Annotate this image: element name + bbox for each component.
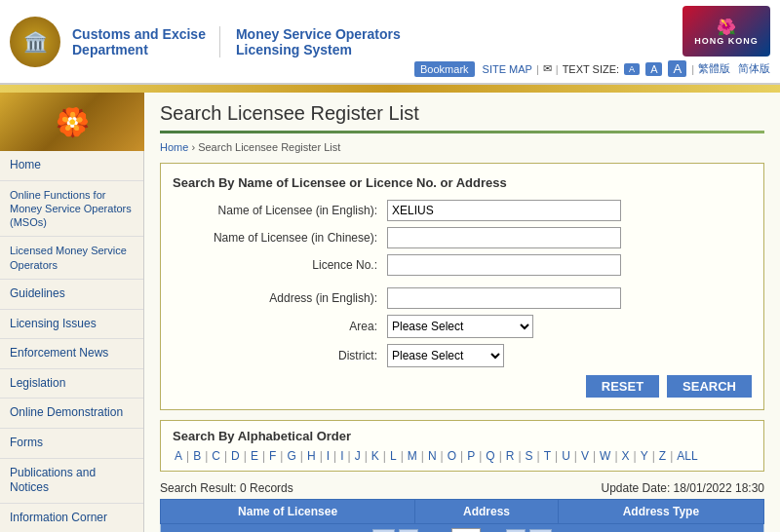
text-size-medium-button[interactable]: A — [645, 62, 662, 76]
area-row: Area: Please Select — [173, 315, 752, 338]
search-box-title: Search By Name of Licensee or Licence No… — [173, 175, 752, 190]
search-by-name-box: Search By Name of Licensee or Licence No… — [160, 163, 764, 410]
envelope-icon[interactable]: ✉ — [543, 62, 552, 75]
alpha-c[interactable]: C — [210, 449, 222, 463]
licence-no-input[interactable] — [387, 254, 621, 276]
address-english-input[interactable] — [387, 287, 621, 309]
address-english-label: Address (in English): — [173, 291, 387, 305]
alpha-r[interactable]: R — [504, 449, 517, 463]
sidebar-item-forms[interactable]: Forms — [0, 429, 143, 459]
col-address: Address — [415, 500, 559, 524]
nav-strip — [0, 85, 780, 93]
alpha-search-box: Search By Alphabetical Order A| B| C| D|… — [160, 420, 764, 472]
page-last-button[interactable]: ▶| — [529, 529, 552, 533]
alpha-f[interactable]: F — [267, 449, 278, 463]
alpha-x[interactable]: X — [620, 449, 632, 463]
alpha-n[interactable]: N — [426, 449, 439, 463]
dept-logo: 🏛️ — [10, 17, 60, 67]
text-size-label: TEXT SIZE: — [563, 63, 619, 75]
page-next-button[interactable]: ▶ — [506, 529, 526, 533]
alpha-m[interactable]: M — [406, 449, 419, 463]
alpha-v[interactable]: V — [579, 449, 591, 463]
alpha-i2[interactable]: I — [338, 449, 345, 463]
alpha-b[interactable]: B — [191, 449, 203, 463]
alpha-h[interactable]: H — [305, 449, 318, 463]
page-title: Search Licensee Register List — [160, 102, 764, 125]
header-toolbar: Bookmark SITE MAP | ✉ | TEXT SIZE: A A A… — [414, 60, 770, 77]
alpha-p[interactable]: P — [465, 449, 477, 463]
alpha-o[interactable]: O — [446, 449, 458, 463]
lang-simp-link[interactable]: 简体版 — [738, 61, 770, 76]
sidebar-image: 🏵️ — [0, 93, 144, 151]
area-select[interactable]: Please Select — [387, 315, 533, 338]
breadcrumb-home[interactable]: Home — [160, 141, 188, 153]
alpha-g[interactable]: G — [285, 449, 297, 463]
name-english-label: Name of Licensee (in English): — [173, 204, 387, 217]
search-buttons: RESET SEARCH — [173, 375, 752, 398]
alpha-q[interactable]: Q — [484, 449, 496, 463]
address-english-row: Address (in English): — [173, 287, 752, 309]
name-chinese-input[interactable] — [387, 227, 621, 248]
lang-trad-link[interactable]: 繁體版 — [698, 61, 730, 76]
alpha-z[interactable]: Z — [657, 449, 668, 463]
alpha-j[interactable]: J — [353, 449, 363, 463]
alpha-title: Search By Alphabetical Order — [173, 429, 752, 443]
main-content: Search Licensee Register List Home › Sea… — [144, 93, 780, 532]
page-number-input[interactable] — [451, 528, 481, 532]
sidebar-item-legislation[interactable]: Legislation — [0, 369, 143, 399]
sidebar-item-licensing-issues[interactable]: Licensing Issues — [0, 310, 143, 340]
page-prev-button[interactable]: ◀ — [399, 529, 418, 533]
hk-emblem: 🌺 HONG KONG — [682, 6, 770, 57]
alpha-d[interactable]: D — [229, 449, 242, 463]
alpha-i1[interactable]: I — [325, 449, 332, 463]
layout: 🏵️ Home Online Functions for Money Servi… — [0, 93, 780, 532]
sidebar-item-home[interactable]: Home — [0, 151, 143, 181]
dept-sub: Department — [72, 42, 206, 57]
results-table: Name of Licensee Address Address Type |◀… — [160, 499, 764, 532]
alpha-s[interactable]: S — [524, 449, 535, 463]
alpha-k[interactable]: K — [370, 449, 381, 463]
reset-button[interactable]: RESET — [586, 375, 659, 398]
alpha-y[interactable]: Y — [639, 449, 650, 463]
col-name-licensee: Name of Licensee — [161, 500, 415, 524]
alpha-w[interactable]: W — [598, 449, 612, 463]
sys-name: Money Service Operators — [236, 26, 401, 42]
sidebar-item-publications-notices[interactable]: Publications and Notices — [0, 459, 143, 504]
sidebar-item-licensed-mso[interactable]: Licensed Money Service Operators — [0, 237, 143, 280]
header-left: 🏛️ Customs and Excise Department Money S… — [10, 17, 401, 67]
sitemap-link[interactable]: SITE MAP — [483, 63, 532, 75]
alpha-u[interactable]: U — [560, 449, 572, 463]
text-size-small-button[interactable]: A — [624, 63, 640, 75]
text-size-large-button[interactable]: A — [668, 60, 686, 77]
search-button[interactable]: SEARCH — [667, 375, 752, 398]
area-label: Area: — [173, 320, 387, 333]
sidebar: 🏵️ Home Online Functions for Money Servi… — [0, 93, 144, 532]
name-english-row: Name of Licensee (in English): — [173, 200, 752, 221]
sidebar-item-guidelines[interactable]: Guidelines — [0, 280, 143, 310]
sidebar-item-online-demo[interactable]: Online Demonstration — [0, 399, 143, 429]
licence-no-row: Licence No.: — [173, 254, 752, 276]
sidebar-item-info-corner[interactable]: Information Corner — [0, 504, 143, 532]
pagination: |◀ ◀ Page of 0 ▶ ▶| — [161, 524, 763, 532]
dept-name: Customs and Excise — [72, 26, 206, 42]
alpha-all[interactable]: ALL — [675, 449, 699, 463]
district-label: District: — [173, 349, 387, 362]
sidebar-item-enforcement-news[interactable]: Enforcement News — [0, 339, 143, 369]
page-first-button[interactable]: |◀ — [372, 529, 395, 533]
alpha-a[interactable]: A — [173, 449, 184, 463]
name-chinese-row: Name of Licensee (in Chinese): — [173, 227, 752, 248]
breadcrumb-current: Search Licensee Register List — [198, 141, 340, 153]
sys-info: Money Service Operators Licensing System — [232, 26, 401, 57]
licence-no-label: Licence No.: — [173, 258, 387, 272]
alpha-e[interactable]: E — [249, 449, 260, 463]
bookmark-button[interactable]: Bookmark — [414, 61, 475, 77]
district-row: District: Please Select — [173, 344, 752, 367]
sidebar-item-online-functions[interactable]: Online Functions for Money Service Opera… — [0, 181, 143, 238]
results-label: Search Result: 0 Records — [160, 481, 293, 495]
alpha-l[interactable]: L — [388, 449, 399, 463]
alpha-t[interactable]: T — [542, 449, 553, 463]
name-english-input[interactable] — [387, 200, 621, 221]
col-address-type: Address Type — [558, 500, 763, 524]
pagination-row: |◀ ◀ Page of 0 ▶ ▶| — [161, 524, 764, 533]
district-select[interactable]: Please Select — [387, 344, 504, 367]
